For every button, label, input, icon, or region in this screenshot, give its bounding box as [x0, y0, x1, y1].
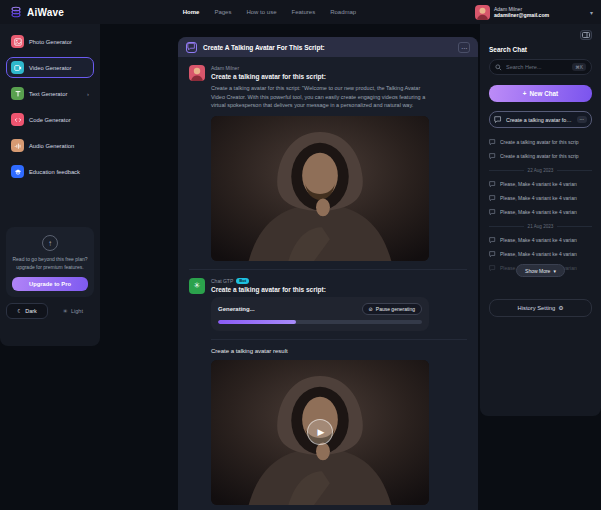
- dark-label: Dark: [25, 308, 37, 314]
- brand[interactable]: AiWave: [10, 6, 64, 18]
- aiwave-logo-icon: [10, 6, 22, 18]
- chat-item-menu-button[interactable]: ⋯: [577, 116, 588, 123]
- user-message-author: Adam Milner: [211, 65, 467, 71]
- bot-badge: Bot: [236, 278, 249, 284]
- sidebar-item-label: Text Generator: [29, 91, 82, 97]
- play-icon: ▶: [318, 427, 325, 437]
- history-date-divider: 21 Aug 2023: [489, 219, 592, 233]
- history-setting-button[interactable]: History Setting ⚙: [489, 299, 592, 317]
- sidebar-item-label: Education feedback: [29, 169, 89, 175]
- history-item[interactable]: Create a talking avatar for this scrip: [489, 149, 592, 163]
- history-date-divider: 22 Aug 2023: [489, 163, 592, 177]
- chat-body: Adam Milner Create a talking avatar for …: [178, 57, 478, 510]
- generating-label: Generating...: [218, 306, 255, 312]
- moon-icon: ☾: [17, 308, 22, 314]
- sidebar-item-video-generator[interactable]: Video Generator: [6, 57, 94, 78]
- theme-toggle: ☾ Dark ☀ Light: [6, 303, 94, 319]
- history-item[interactable]: Please, Make 4 variant ke 4 varian: [489, 233, 592, 247]
- nav-roadmap[interactable]: Roadmap: [330, 9, 356, 15]
- chevron-right-icon: ›: [87, 91, 89, 97]
- message-divider: [189, 269, 467, 270]
- nav-pages[interactable]: Pages: [214, 9, 231, 15]
- search-icon: [495, 64, 502, 71]
- audio-generation-icon: [11, 139, 24, 152]
- top-bar: AiWave Home Pages How to use Features Ro…: [0, 0, 601, 24]
- bot-message-title: Create a talking avatar for this script:: [211, 286, 467, 293]
- result-video: ▶: [211, 360, 429, 505]
- new-chat-label: New Chat: [529, 90, 558, 97]
- gear-icon: ⚙: [558, 305, 563, 311]
- search-shortcut-badge: ⌘K: [572, 63, 586, 71]
- sidebar-item-code-generator[interactable]: Code Generator: [6, 109, 94, 130]
- bot-message-author: Chat GTP: [211, 278, 233, 284]
- active-chat-item[interactable]: Create a talking avatar for thi... ⋯: [489, 111, 592, 128]
- code-generator-icon: [11, 113, 24, 126]
- chat-icon: [489, 139, 496, 146]
- profile-meta: Adam Milner adamilner@gmail.com: [494, 6, 586, 19]
- bot-message: ✳ Chat GTP Bot Create a talking avatar f…: [189, 278, 467, 510]
- chat-icon: [489, 237, 496, 244]
- nav-features[interactable]: Features: [291, 9, 315, 15]
- right-sidebar: Search Chat ⌘K + New Chat Create a talki…: [480, 24, 601, 416]
- avatar-photo: [211, 116, 429, 261]
- nav-how-to-use[interactable]: How to use: [246, 9, 276, 15]
- chat-header: Create A Talking Avatar For This Script:…: [178, 37, 478, 57]
- user-message-body: Create a talking avatar for this script:…: [211, 84, 429, 110]
- generation-progress-bar: [218, 320, 422, 324]
- chat-history-list: Create a talking avatar for this scrip C…: [489, 135, 592, 277]
- show-more-button[interactable]: Show More ▾: [516, 264, 565, 277]
- active-chat-label: Create a talking avatar for thi...: [506, 117, 573, 123]
- user-avatar: [189, 65, 205, 81]
- search-input[interactable]: [506, 64, 568, 70]
- bot-avatar-icon: ✳: [189, 278, 205, 294]
- sidebar-item-label: Audio Generation: [29, 143, 89, 149]
- plus-icon: +: [523, 90, 527, 97]
- upgrade-arrow-icon: ↑: [42, 235, 58, 251]
- nav-home[interactable]: Home: [183, 9, 200, 15]
- sidebar-item-photo-generator[interactable]: Photo Generator: [6, 31, 94, 52]
- generating-card: Generating... ⊘ Pause generating: [211, 297, 429, 331]
- chat-header-menu-button[interactable]: ⋯: [458, 42, 470, 53]
- main-area: Create A Talking Avatar For This Script:…: [100, 24, 480, 510]
- pause-generating-button[interactable]: ⊘ Pause generating: [362, 303, 422, 315]
- chat-panel: Create A Talking Avatar For This Script:…: [178, 37, 478, 510]
- app-window: AiWave Home Pages How to use Features Ro…: [0, 0, 601, 510]
- top-nav: Home Pages How to use Features Roadmap: [183, 9, 356, 15]
- collapse-panel-icon[interactable]: [580, 30, 592, 40]
- pause-icon: ⊘: [369, 306, 373, 312]
- dark-mode-button[interactable]: ☾ Dark: [6, 303, 48, 319]
- left-sidebar: Photo Generator Video Generator Text Gen…: [0, 24, 100, 346]
- history-item[interactable]: Please, Make 4 variant ke 4 varian: [489, 191, 592, 205]
- chat-icon: [489, 181, 496, 188]
- photo-generator-icon: [11, 35, 24, 48]
- profile-email: adamilner@gmail.com: [494, 12, 586, 19]
- chat-icon: [489, 209, 496, 216]
- user-message-title: Create a talking avatar for this script:: [211, 73, 467, 80]
- light-mode-button[interactable]: ☀ Light: [52, 303, 94, 319]
- chevron-down-icon: ▾: [553, 268, 556, 274]
- sidebar-item-audio-generation[interactable]: Audio Generation: [6, 135, 94, 156]
- video-generator-icon: [11, 61, 24, 74]
- show-more-label: Show More: [525, 268, 550, 274]
- sidebar-item-education-feedback[interactable]: Education feedback: [6, 161, 94, 182]
- sidebar-item-text-generator[interactable]: Text Generator ›: [6, 83, 94, 104]
- history-item[interactable]: Please, Make 4 variant ke 4 varian: [489, 205, 592, 219]
- result-label: Create a talking avatar result: [211, 348, 467, 354]
- avatar: [475, 5, 490, 20]
- upgrade-card: ↑ Read to go beyond this free plan? upgr…: [6, 227, 94, 297]
- search-chat-title: Search Chat: [489, 46, 592, 53]
- chevron-down-icon: ▾: [590, 9, 593, 16]
- sidebar-item-label: Video Generator: [29, 65, 89, 71]
- chat-icon: [489, 153, 496, 160]
- new-chat-button[interactable]: + New Chat: [489, 85, 592, 102]
- history-item[interactable]: Create a talking avatar for this scrip: [489, 135, 592, 149]
- profile-menu[interactable]: Adam Milner adamilner@gmail.com ▾: [475, 5, 593, 20]
- light-label: Light: [71, 308, 83, 314]
- text-generator-icon: [11, 87, 24, 100]
- play-button[interactable]: ▶: [307, 419, 333, 445]
- chat-icon: [494, 116, 502, 124]
- history-item[interactable]: Please, Make 4 variant ke 4 varian: [489, 177, 592, 191]
- sidebar-item-label: Photo Generator: [29, 39, 89, 45]
- history-item[interactable]: Please, Make 4 variant ke 4 varian: [489, 247, 592, 261]
- upgrade-to-pro-button[interactable]: Upgrade to Pro: [12, 277, 88, 291]
